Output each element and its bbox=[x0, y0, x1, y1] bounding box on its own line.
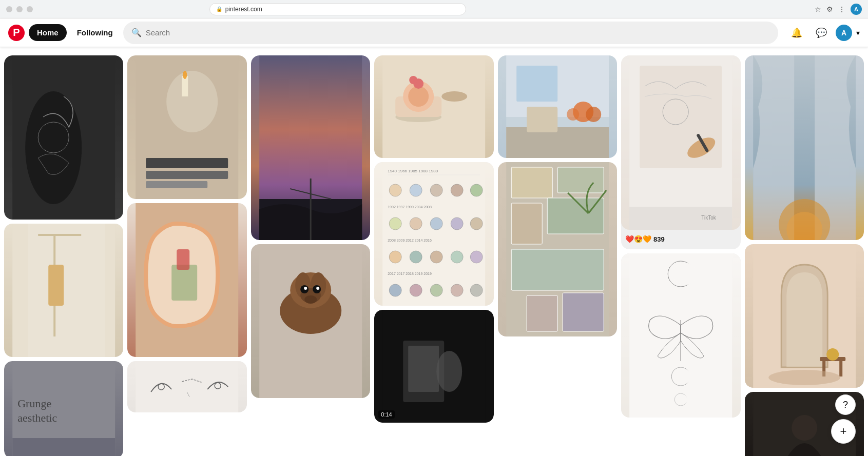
home-button[interactable]: Home bbox=[29, 24, 67, 41]
pin-food-drinks[interactable] bbox=[374, 55, 493, 158]
pin-candle-statue[interactable] bbox=[127, 55, 246, 199]
bell-icon: 🔔 bbox=[791, 27, 802, 38]
svg-text:TikTok: TikTok bbox=[701, 215, 717, 221]
back-button[interactable] bbox=[6, 6, 12, 12]
following-button[interactable]: Following bbox=[71, 24, 119, 41]
pins-grid: Grunge aesthetic bbox=[4, 55, 864, 456]
header-actions: 🔔 💬 A ▾ bbox=[786, 23, 860, 43]
svg-point-60 bbox=[430, 217, 442, 230]
svg-rect-16 bbox=[146, 158, 228, 168]
pin-tattoo[interactable] bbox=[4, 55, 123, 220]
svg-point-68 bbox=[470, 251, 483, 263]
svg-point-39 bbox=[304, 295, 317, 304]
svg-point-117 bbox=[826, 348, 839, 361]
svg-rect-82 bbox=[506, 127, 609, 158]
svg-rect-91 bbox=[547, 198, 604, 234]
svg-point-65 bbox=[410, 251, 422, 263]
svg-point-48 bbox=[409, 76, 417, 84]
pinterest-logo[interactable]: P bbox=[8, 25, 25, 41]
pin-clothes-rack[interactable] bbox=[4, 224, 123, 357]
svg-rect-116 bbox=[839, 361, 842, 376]
pin-butterfly-moon[interactable] bbox=[621, 253, 740, 418]
svg-point-74 bbox=[470, 284, 483, 296]
svg-point-52 bbox=[389, 184, 401, 196]
svg-rect-96 bbox=[640, 66, 722, 168]
pin-dachshund[interactable] bbox=[251, 244, 370, 398]
pin-photo-collage[interactable] bbox=[498, 162, 617, 336]
svg-text:1992  1997  1999  2004  2008: 1992 1997 1999 2004 2008 bbox=[388, 205, 432, 209]
add-fab-button[interactable]: + bbox=[831, 419, 856, 444]
svg-point-13 bbox=[167, 71, 218, 132]
svg-point-15 bbox=[183, 71, 187, 79]
pin-sketch-face[interactable] bbox=[127, 361, 246, 412]
svg-point-44 bbox=[408, 86, 429, 107]
svg-rect-93 bbox=[527, 295, 557, 331]
pinterest-header: P Home Following 🔍 Search 🔔 💬 A ▾ bbox=[0, 18, 868, 47]
pin-drawing-hand[interactable]: TikTok ❤️😍🧡 839 bbox=[621, 55, 740, 249]
svg-point-86 bbox=[567, 108, 579, 121]
search-bar[interactable]: 🔍 Search bbox=[123, 22, 778, 44]
svg-text:2008  2009  2012  2014  2016: 2008 2009 2012 2014 2016 bbox=[388, 239, 432, 242]
chat-icon: 💬 bbox=[816, 27, 827, 38]
menu-icon[interactable]: ⋮ bbox=[838, 5, 845, 13]
browser-user-avatar[interactable]: A bbox=[851, 4, 862, 15]
svg-rect-92 bbox=[511, 249, 604, 290]
forward-button[interactable] bbox=[16, 6, 23, 12]
svg-point-56 bbox=[470, 184, 483, 196]
svg-rect-49 bbox=[382, 162, 485, 306]
svg-rect-17 bbox=[146, 171, 228, 179]
pin-wavy-mirror[interactable] bbox=[127, 203, 246, 357]
svg-point-71 bbox=[410, 284, 422, 296]
svg-point-46 bbox=[441, 91, 467, 102]
svg-point-70 bbox=[389, 284, 401, 296]
svg-point-85 bbox=[586, 107, 601, 122]
svg-point-66 bbox=[430, 251, 442, 263]
lock-icon: 🔒 bbox=[216, 6, 222, 12]
svg-rect-18 bbox=[146, 181, 208, 188]
svg-rect-77 bbox=[408, 346, 439, 392]
help-button[interactable]: ? bbox=[835, 394, 856, 415]
svg-point-118 bbox=[768, 370, 840, 385]
notifications-button[interactable]: 🔔 bbox=[786, 23, 807, 43]
svg-text:1940  1966  1985  1988  1989: 1940 1966 1985 1988 1989 bbox=[388, 169, 438, 173]
svg-rect-89 bbox=[557, 167, 604, 193]
svg-rect-81 bbox=[516, 66, 557, 102]
pin-joker-evolution[interactable]: 1940 1966 1985 1988 1989 1992 1997 1999 … bbox=[374, 162, 493, 306]
reaction-emojis: ❤️😍🧡 bbox=[625, 235, 651, 243]
user-menu-chevron[interactable]: ▾ bbox=[856, 29, 860, 37]
svg-point-38 bbox=[316, 287, 319, 290]
browser-chrome: 🔒 pinterest.com ☆ ⚙ ⋮ A bbox=[0, 0, 868, 18]
svg-point-73 bbox=[451, 284, 463, 296]
svg-text:aesthetic: aesthetic bbox=[17, 411, 57, 424]
bookmark-icon[interactable]: ☆ bbox=[815, 5, 821, 13]
pin-sunset-sky[interactable] bbox=[251, 55, 370, 240]
svg-rect-20 bbox=[172, 265, 198, 301]
reload-button[interactable] bbox=[27, 6, 33, 12]
svg-point-104 bbox=[673, 263, 696, 285]
svg-point-54 bbox=[430, 184, 442, 196]
user-avatar[interactable]: A bbox=[836, 25, 852, 41]
svg-point-64 bbox=[389, 251, 401, 263]
svg-rect-7 bbox=[28, 224, 105, 357]
svg-rect-94 bbox=[563, 293, 604, 331]
search-placeholder: Search bbox=[146, 28, 170, 37]
pin-grunge-aesthetic[interactable]: Grunge aesthetic bbox=[4, 361, 123, 456]
svg-point-61 bbox=[451, 217, 463, 230]
plus-icon: + bbox=[840, 425, 847, 438]
svg-point-37 bbox=[304, 287, 307, 290]
svg-point-59 bbox=[410, 217, 422, 230]
question-mark-icon: ? bbox=[843, 400, 848, 410]
messages-button[interactable]: 💬 bbox=[811, 23, 832, 43]
svg-rect-83 bbox=[527, 107, 557, 132]
pin-video-clip[interactable]: 0:14 bbox=[374, 310, 493, 423]
pin-curtain-sunset[interactable] bbox=[745, 55, 864, 240]
svg-point-120 bbox=[792, 415, 817, 441]
extensions-icon[interactable]: ⚙ bbox=[826, 5, 833, 13]
svg-point-107 bbox=[676, 369, 691, 384]
pin-room-interior[interactable] bbox=[498, 55, 617, 158]
address-bar[interactable]: 🔒 pinterest.com bbox=[209, 3, 466, 15]
svg-rect-100 bbox=[629, 207, 732, 230]
svg-point-78 bbox=[436, 351, 462, 392]
svg-rect-88 bbox=[511, 167, 552, 198]
pin-arch-mirror[interactable] bbox=[745, 244, 864, 388]
